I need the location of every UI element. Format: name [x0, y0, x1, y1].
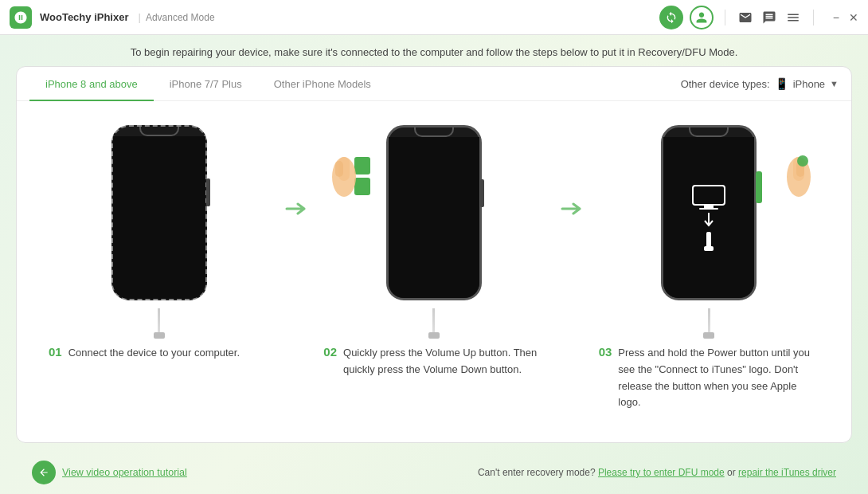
logo-icon	[14, 10, 28, 25]
recovery-question: Can't enter recovery mode?	[478, 467, 596, 478]
toolbar-divider2	[813, 10, 814, 25]
refresh-icon	[665, 11, 678, 24]
arrow-back-icon	[38, 467, 49, 478]
svg-rect-8	[704, 246, 714, 251]
main-area: To begin repairing your device, make sur…	[0, 35, 868, 494]
svg-rect-5	[699, 208, 718, 210]
step-3-phone	[637, 117, 780, 308]
dropdown-arrow-icon: ▼	[830, 79, 839, 88]
title-separator: |	[139, 11, 141, 23]
step-2-cable	[428, 308, 440, 339]
arrow-2	[553, 117, 591, 221]
step-3-phone-body	[661, 125, 757, 300]
close-button[interactable]: ✕	[849, 11, 858, 24]
step-1-container: 01 Connect the device to your computer.	[41, 117, 277, 362]
svg-point-12	[797, 155, 808, 167]
arrow-right-icon-1	[280, 197, 312, 221]
step-3-cable	[703, 308, 714, 339]
mail-icon	[738, 10, 753, 25]
app-mode: Advanced Mode	[146, 12, 215, 23]
step-1-phone-body	[111, 125, 207, 300]
svg-rect-2	[335, 161, 343, 177]
video-link-text[interactable]: View video operation tutorial	[62, 467, 187, 478]
step-2-container: 02 Quickly press the Volume Up button. T…	[315, 117, 552, 378]
device-type-selector[interactable]: Other device types: 📱 iPhone ▼	[681, 77, 839, 90]
hand-icon-2	[329, 133, 359, 197]
step-1-cable	[154, 308, 165, 339]
hand-icon-3	[784, 133, 814, 197]
step-2-phone-notch	[414, 127, 454, 137]
step-2-phone-body	[386, 125, 482, 300]
step-3-number: 03	[599, 345, 612, 359]
step-1-desc: Connect the device to your computer.	[68, 345, 240, 362]
tab-iphone8[interactable]: iPhone 8 and above	[29, 67, 154, 101]
cable-line-2	[432, 308, 435, 332]
step-3-phone-notch	[689, 127, 729, 137]
step-3-text: 03 Press and hold the Power button until…	[591, 345, 827, 411]
step-3-hand	[784, 133, 814, 200]
chat-icon	[762, 10, 776, 25]
minimize-button[interactable]: −	[833, 11, 839, 24]
cable-line-3	[708, 308, 710, 332]
or-text: or	[727, 467, 736, 478]
step-2-phone-screen	[389, 137, 479, 298]
toolbar-divider1	[725, 10, 725, 25]
monitor-icon	[691, 184, 726, 210]
step-1-side-btn	[206, 178, 210, 206]
svg-rect-4	[704, 205, 714, 208]
main-card: iPhone 8 and above iPhone 7/7 Plus Other…	[16, 66, 852, 443]
svg-rect-7	[706, 232, 711, 248]
steps-area: 01 Connect the device to your computer.	[17, 101, 851, 442]
step-2-hand	[329, 133, 359, 200]
chat-icon-btn[interactable]	[760, 9, 778, 26]
step-2-power-btn	[480, 179, 484, 207]
step-3-container: 03 Press and hold the Power button until…	[591, 117, 827, 411]
menu-icon-btn[interactable]	[784, 9, 802, 26]
message-icon-btn[interactable]	[737, 9, 754, 26]
update-icon-btn[interactable]	[659, 6, 683, 29]
device-type-value: iPhone	[793, 78, 825, 90]
window-controls: − ✕	[833, 11, 858, 24]
device-type-icon: 📱	[775, 77, 788, 90]
step-1-number: 01	[49, 345, 62, 359]
step-2-desc: Quickly press the Volume Up button. Then…	[343, 345, 545, 378]
usb-icon	[702, 232, 715, 251]
person-icon	[695, 11, 708, 24]
step-1-text: 01 Connect the device to your computer.	[41, 345, 277, 362]
user-icon-btn[interactable]	[690, 6, 714, 29]
device-type-label-text: Other device types:	[681, 78, 770, 90]
cable-connector-3	[703, 332, 714, 339]
arrow-1	[277, 117, 315, 221]
info-banner-text: To begin repairing your device, make sur…	[131, 46, 738, 58]
step-2-number: 02	[323, 345, 337, 359]
cable-connector-2	[428, 332, 440, 339]
cable-line	[158, 308, 160, 332]
toolbar-icons: − ✕	[659, 6, 858, 29]
step-2-phone	[362, 117, 506, 308]
recovery-help-text: Can't enter recovery mode? Please try to…	[478, 467, 836, 478]
video-tutorial-link[interactable]: View video operation tutorial	[32, 461, 187, 484]
dfu-mode-link[interactable]: Please try to enter DFU mode	[598, 467, 725, 478]
step-3-phone-screen	[663, 137, 754, 298]
info-banner: To begin repairing your device, make sur…	[16, 35, 852, 66]
step-3-power-btn	[756, 171, 762, 203]
step-1-phone-notch	[139, 127, 179, 136]
tab-other-iphone[interactable]: Other iPhone Models	[258, 67, 387, 101]
step-3-desc: Press and hold the Power button until yo…	[618, 345, 819, 411]
title-bar: WooTechy iPhixer | Advanced Mode	[0, 0, 868, 35]
svg-rect-3	[693, 186, 725, 205]
app-name: WooTechy iPhixer	[40, 11, 129, 23]
step-1-phone-screen	[113, 136, 205, 299]
hamburger-icon	[786, 10, 800, 25]
itunes-driver-link[interactable]: repair the iTunes driver	[738, 467, 836, 478]
app-logo	[10, 6, 32, 29]
cable-connector	[154, 332, 165, 339]
tab-bar: iPhone 8 and above iPhone 7/7 Plus Other…	[17, 67, 851, 101]
back-button[interactable]	[32, 461, 56, 484]
step-2-text: 02 Quickly press the Volume Up button. T…	[315, 345, 552, 378]
bottom-bar: View video operation tutorial Can't ente…	[16, 454, 852, 494]
tab-iphone7[interactable]: iPhone 7/7 Plus	[154, 67, 258, 101]
step-1-phone	[88, 117, 231, 308]
arrow-down-icon	[702, 213, 715, 229]
arrow-right-icon-2	[556, 197, 588, 221]
